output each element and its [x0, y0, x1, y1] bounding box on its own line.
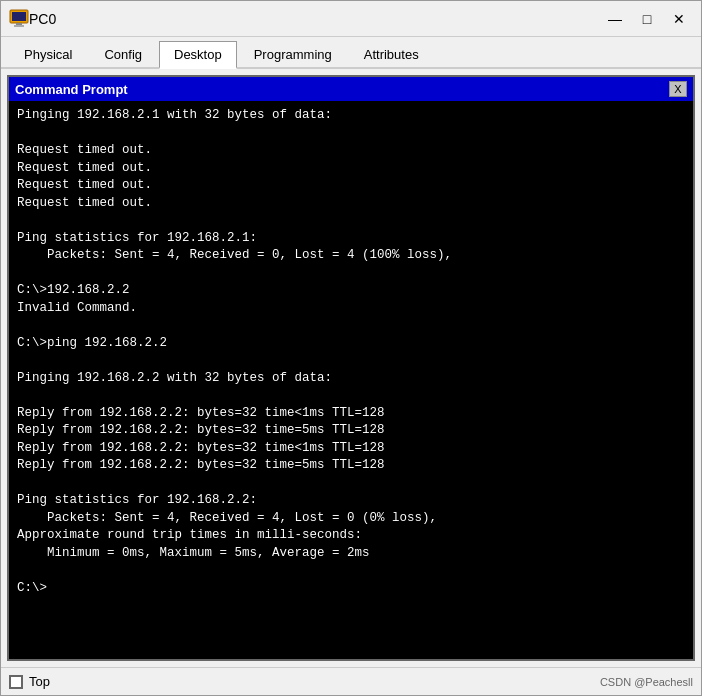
- command-prompt-window: Command Prompt X Pinging 192.168.2.1 wit…: [7, 75, 695, 661]
- cmd-output[interactable]: Pinging 192.168.2.1 with 32 bytes of dat…: [9, 101, 693, 659]
- tab-physical[interactable]: Physical: [9, 41, 87, 67]
- minimize-button[interactable]: —: [601, 8, 629, 30]
- svg-rect-1: [12, 12, 26, 21]
- cmd-close-button[interactable]: X: [669, 81, 687, 97]
- tab-bar: Physical Config Desktop Programming Attr…: [1, 37, 701, 69]
- cmd-title: Command Prompt: [15, 82, 128, 97]
- svg-rect-3: [14, 25, 24, 27]
- top-checkbox[interactable]: [9, 675, 23, 689]
- title-bar-controls: — □ ✕: [601, 8, 693, 30]
- status-bar: Top CSDN @Peachesll: [1, 667, 701, 695]
- top-label: Top: [29, 674, 50, 689]
- watermark: CSDN @Peachesll: [600, 676, 693, 688]
- tab-desktop[interactable]: Desktop: [159, 41, 237, 69]
- maximize-button[interactable]: □: [633, 8, 661, 30]
- tab-attributes[interactable]: Attributes: [349, 41, 434, 67]
- tab-config[interactable]: Config: [89, 41, 157, 67]
- title-bar: PC0 — □ ✕: [1, 1, 701, 37]
- window-title: PC0: [29, 11, 601, 27]
- close-button[interactable]: ✕: [665, 8, 693, 30]
- tab-programming[interactable]: Programming: [239, 41, 347, 67]
- content-area: Command Prompt X Pinging 192.168.2.1 wit…: [1, 69, 701, 667]
- main-window: PC0 — □ ✕ Physical Config Desktop Progra…: [0, 0, 702, 696]
- status-left: Top: [9, 674, 50, 689]
- cmd-titlebar: Command Prompt X: [9, 77, 693, 101]
- svg-rect-2: [16, 23, 22, 25]
- app-icon: [9, 9, 29, 29]
